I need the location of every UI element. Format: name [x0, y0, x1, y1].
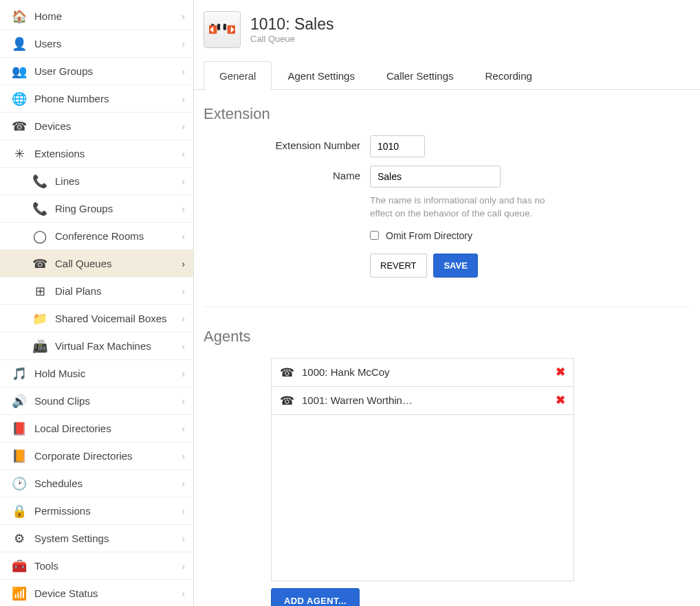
sidebar-item-label: Ring Groups: [55, 203, 182, 214]
chevron-right-icon: ›: [182, 148, 185, 159]
omit-from-directory-checkbox[interactable]: [370, 231, 379, 240]
save-button[interactable]: SAVE: [433, 254, 477, 278]
ring-groups-icon: 📞: [32, 201, 48, 217]
schedules-icon: 🕑: [11, 475, 28, 492]
chevron-right-icon: ›: [182, 396, 185, 407]
sidebar-item-devices[interactable]: ☎Devices›: [0, 113, 193, 140]
local-directories-icon: 📕: [11, 420, 28, 437]
sidebar-item-dial-plans[interactable]: ⊞Dial Plans›: [0, 278, 193, 305]
page-header: 1010: Sales Call Queue: [194, 7, 700, 60]
name-label: Name: [204, 166, 370, 181]
phone-icon: ☎: [280, 394, 294, 407]
sound-clips-icon: 🔊: [11, 393, 28, 409]
sidebar-item-label: Dial Plans: [55, 285, 182, 297]
chevron-right-icon: ›: [182, 423, 185, 434]
sidebar-item-label: Shared Voicemail Boxes: [55, 313, 182, 324]
conference-rooms-icon: ◯: [32, 228, 48, 245]
sidebar-item-label: Call Queues: [55, 258, 182, 269]
sidebar-item-label: Lines: [55, 175, 182, 187]
extension-number-input[interactable]: [370, 135, 425, 157]
chevron-right-icon: ›: [182, 258, 185, 269]
sidebar-item-label: System Settings: [34, 532, 182, 544]
extension-form: Extension Number Name The name is inform…: [204, 135, 690, 307]
sidebar-item-tools[interactable]: 🧰Tools›: [0, 552, 193, 580]
sidebar-item-label: Device Status: [34, 587, 182, 599]
sidebar-item-local-directories[interactable]: 📕Local Directories›: [0, 415, 193, 442]
agent-row[interactable]: ☎1001: Warren Worthin…✖: [272, 387, 573, 415]
shared-voicemail-icon: 📁: [32, 311, 48, 327]
sidebar-item-call-queues[interactable]: ☎Call Queues›: [0, 250, 193, 278]
chevron-right-icon: ›: [182, 11, 185, 22]
omit-from-directory-label: Omit From Directory: [386, 230, 472, 241]
sidebar-item-label: Home: [34, 10, 182, 22]
user-groups-icon: 👥: [11, 63, 28, 80]
revert-button[interactable]: REVERT: [370, 254, 427, 278]
delete-agent-icon[interactable]: ✖: [556, 365, 565, 379]
phone-numbers-icon: 🌐: [11, 91, 28, 107]
sidebar-item-corporate-directories[interactable]: 📙Corporate Directories›: [0, 442, 193, 470]
tools-icon: 🧰: [11, 558, 28, 574]
page-title: 1010: Sales: [250, 15, 333, 34]
agents-list: ☎1000: Hank McCoy✖☎1001: Warren Worthin……: [271, 358, 574, 581]
sidebar-item-ring-groups[interactable]: 📞Ring Groups›: [0, 195, 193, 223]
sidebar-item-label: Local Directories: [34, 423, 182, 434]
chevron-right-icon: ›: [182, 203, 185, 214]
section-title-agents: Agents: [204, 328, 690, 346]
sidebar-item-label: Extensions: [34, 148, 182, 159]
extension-number-label: Extension Number: [204, 135, 370, 151]
agents-empty-area: [272, 415, 573, 581]
sidebar-item-label: Schedules: [34, 478, 182, 489]
sidebar-item-lines[interactable]: 📞Lines›: [0, 168, 193, 195]
sidebar-item-label: Corporate Directories: [34, 450, 182, 462]
tab-caller-settings[interactable]: Caller Settings: [371, 61, 470, 90]
tab-agent-settings[interactable]: Agent Settings: [272, 61, 371, 90]
sidebar-item-device-status[interactable]: 📶Device Status›: [0, 580, 193, 606]
agent-row[interactable]: ☎1000: Hank McCoy✖: [272, 359, 573, 387]
hold-music-icon: 🎵: [11, 366, 28, 382]
chevron-right-icon: ›: [182, 38, 185, 49]
chevron-right-icon: ›: [182, 561, 185, 572]
sidebar-item-conference-rooms[interactable]: ◯Conference Rooms›: [0, 223, 193, 250]
phone-icon: ☎: [280, 366, 294, 379]
sidebar-item-system-settings[interactable]: ⚙System Settings›: [0, 525, 193, 552]
sidebar-item-hold-music[interactable]: 🎵Hold Music›: [0, 360, 193, 388]
chevron-right-icon: ›: [182, 588, 185, 599]
sidebar-item-virtual-fax-machines[interactable]: 📠Virtual Fax Machines›: [0, 333, 193, 360]
sidebar-item-sound-clips[interactable]: 🔊Sound Clips›: [0, 388, 193, 415]
device-status-icon: 📶: [11, 585, 28, 602]
permissions-icon: 🔒: [11, 503, 28, 519]
sidebar-item-phone-numbers[interactable]: 🌐Phone Numbers›: [0, 85, 193, 113]
sidebar-item-label: Devices: [34, 120, 182, 132]
devices-icon: ☎: [11, 118, 28, 135]
chevron-right-icon: ›: [182, 176, 185, 187]
chevron-right-icon: ›: [182, 368, 185, 379]
page-subtitle: Call Queue: [250, 34, 333, 44]
chevron-right-icon: ›: [182, 93, 185, 104]
sidebar-item-shared-voicemail-boxes[interactable]: 📁Shared Voicemail Boxes›: [0, 305, 193, 333]
chevron-right-icon: ›: [182, 66, 185, 77]
name-help-text: The name is informational only and has n…: [370, 194, 562, 221]
add-agent-button[interactable]: ADD AGENT...: [271, 588, 360, 606]
chevron-right-icon: ›: [182, 506, 185, 517]
tab-general[interactable]: General: [204, 61, 272, 90]
sidebar-item-schedules[interactable]: 🕑Schedules›: [0, 470, 193, 497]
name-input[interactable]: [370, 166, 501, 188]
agent-name: 1001: Warren Worthin…: [302, 394, 556, 406]
sidebar-item-home[interactable]: 🏠Home›: [0, 3, 193, 30]
sidebar-item-label: Tools: [34, 560, 182, 572]
sidebar-item-permissions[interactable]: 🔒Permissions›: [0, 497, 193, 525]
delete-agent-icon[interactable]: ✖: [556, 393, 565, 407]
call-queues-icon: ☎: [32, 256, 48, 272]
virtual-fax-icon: 📠: [32, 338, 48, 355]
tab-recording[interactable]: Recording: [470, 61, 548, 90]
chevron-right-icon: ›: [182, 341, 185, 352]
chevron-right-icon: ›: [182, 121, 185, 132]
sidebar-item-users[interactable]: 👤Users›: [0, 30, 193, 58]
sidebar-item-label: Users: [34, 38, 182, 49]
sidebar-item-extensions[interactable]: ✳Extensions›: [0, 140, 193, 168]
sidebar-item-user-groups[interactable]: 👥User Groups›: [0, 58, 193, 85]
chevron-right-icon: ›: [182, 533, 185, 544]
dial-plans-icon: ⊞: [32, 283, 48, 300]
sidebar-item-label: Sound Clips: [34, 395, 182, 407]
sidebar-item-label: User Groups: [34, 65, 182, 77]
